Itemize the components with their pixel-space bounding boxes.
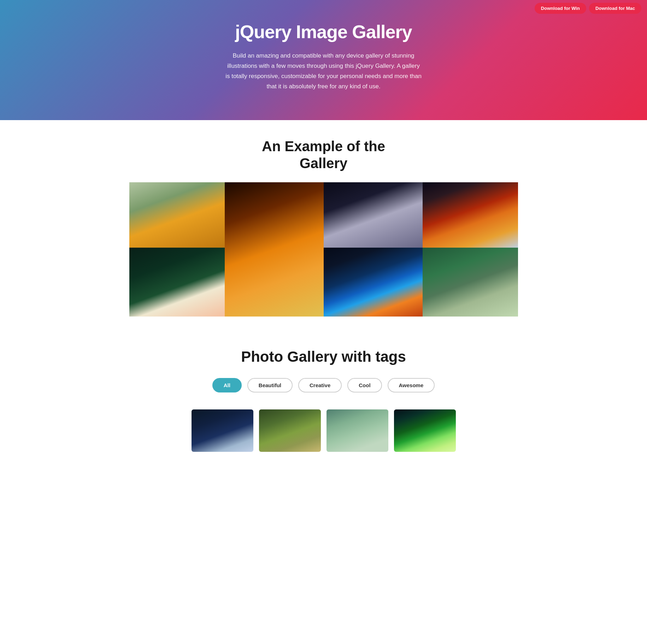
mosaic-image-mountain2 bbox=[423, 248, 518, 317]
tag-creative-button[interactable]: Creative bbox=[298, 378, 342, 392]
tagged-photo-grid bbox=[0, 409, 647, 452]
hero-description: Build an amazing and compatible with any… bbox=[225, 51, 423, 92]
mosaic-image-car bbox=[129, 182, 225, 248]
tag-awesome-button[interactable]: Awesome bbox=[388, 378, 435, 392]
tag-beautiful-button[interactable]: Beautiful bbox=[247, 378, 293, 392]
mosaic-image-clouds bbox=[324, 182, 423, 248]
mosaic-image-sunset bbox=[423, 182, 518, 248]
top-bar: Download for Win Download for Mac bbox=[529, 0, 647, 17]
tagged-photo-aurora bbox=[394, 409, 456, 452]
gallery-heading: An Example of the Gallery bbox=[0, 138, 647, 172]
hero-section: jQuery Image Gallery Build an amazing an… bbox=[0, 0, 647, 120]
tagged-photo-hiking bbox=[327, 409, 388, 452]
mosaic-grid bbox=[129, 182, 518, 317]
mosaic-image-mountain bbox=[225, 182, 324, 317]
download-win-button[interactable]: Download for Win bbox=[535, 3, 586, 14]
tags-filter-row: All Beautiful Creative Cool Awesome bbox=[0, 378, 647, 392]
mosaic-image-city bbox=[324, 248, 423, 317]
mosaic-image-rose bbox=[129, 248, 225, 317]
hero-title: jQuery Image Gallery bbox=[7, 21, 640, 42]
tagged-photo-puffin bbox=[259, 409, 321, 452]
tags-section: Photo Gallery with tags All Beautiful Cr… bbox=[0, 327, 647, 466]
example-gallery-section: An Example of the Gallery bbox=[0, 120, 647, 327]
tag-all-button[interactable]: All bbox=[212, 378, 242, 392]
tag-cool-button[interactable]: Cool bbox=[347, 378, 382, 392]
download-mac-button[interactable]: Download for Mac bbox=[589, 3, 641, 14]
tagged-photo-nature1 bbox=[192, 409, 253, 452]
tags-heading: Photo Gallery with tags bbox=[0, 348, 647, 365]
